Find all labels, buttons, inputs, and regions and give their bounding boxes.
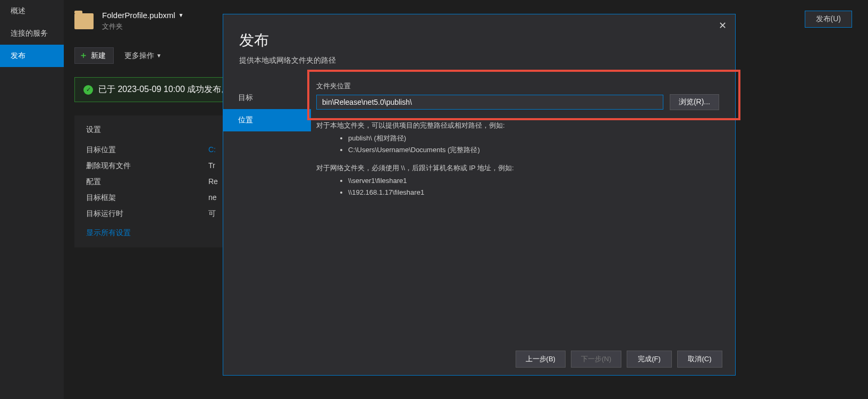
dialog-body: 目标 位置 文件夹位置 浏览(R)... 对于本地文件夹，可以提供项目的完整路径… bbox=[223, 81, 735, 343]
browse-button[interactable]: 浏览(R)... bbox=[670, 94, 719, 110]
left-sidebar: 概述 连接的服务 发布 bbox=[0, 0, 64, 399]
help-text: 对于本地文件夹，可以提供项目的完整路径或相对路径，例如: publish\ (相… bbox=[316, 120, 719, 199]
sidebar-item-connected-services[interactable]: 连接的服务 bbox=[0, 22, 64, 45]
settings-value: ne bbox=[208, 193, 217, 203]
help-local-ex2: C:\Users\Username\Documents (完整路径) bbox=[348, 144, 719, 156]
settings-value: 可 bbox=[208, 209, 216, 219]
sidebar-item-overview[interactable]: 概述 bbox=[0, 0, 64, 22]
close-button[interactable]: ✕ bbox=[716, 20, 729, 32]
profile-type: 文件夹 bbox=[102, 22, 183, 31]
profile-info: FolderProfile.pubxml ▼ 文件夹 bbox=[102, 11, 183, 31]
sidebar-item-publish[interactable]: 发布 bbox=[0, 45, 64, 67]
publish-button-bg[interactable]: 发布(U) bbox=[805, 11, 852, 28]
help-net-intro: 对于网络文件夹，必须使用 \\，后跟计算机名称或 IP 地址，例如: bbox=[316, 162, 719, 174]
finish-button[interactable]: 完成(F) bbox=[627, 351, 672, 368]
settings-value: Re bbox=[208, 177, 218, 187]
publish-button-label: 发布(U) bbox=[816, 14, 841, 23]
dialog-header: 发布 提供本地或网络文件夹的路径 bbox=[223, 14, 735, 71]
chevron-down-icon: ▼ bbox=[156, 53, 162, 59]
plus-icon: ＋ bbox=[79, 50, 88, 61]
settings-label: 配置 bbox=[86, 177, 208, 187]
check-icon: ✓ bbox=[83, 85, 93, 95]
folder-location-label: 文件夹位置 bbox=[316, 81, 719, 91]
next-button: 下一步(N) bbox=[571, 351, 621, 368]
publish-dialog: ✕ 发布 提供本地或网络文件夹的路径 目标 位置 文件夹位置 浏览(R)... … bbox=[223, 14, 736, 376]
settings-label: 目标框架 bbox=[86, 193, 208, 203]
location-input-row: 浏览(R)... bbox=[316, 94, 719, 110]
dialog-nav-location[interactable]: 位置 bbox=[223, 109, 311, 131]
new-button-label: 新建 bbox=[91, 51, 106, 61]
settings-label: 目标运行时 bbox=[86, 209, 208, 219]
folder-icon bbox=[74, 13, 94, 29]
folder-path-input[interactable] bbox=[316, 95, 663, 110]
dialog-content: 文件夹位置 浏览(R)... 对于本地文件夹，可以提供项目的完整路径或相对路径，… bbox=[311, 81, 735, 343]
dialog-nav-target[interactable]: 目标 bbox=[223, 87, 311, 109]
dialog-footer: 上一步(B) 下一步(N) 完成(F) 取消(C) bbox=[223, 343, 735, 375]
settings-label: 目标位置 bbox=[86, 145, 208, 155]
more-actions-label: 更多操作 bbox=[124, 51, 154, 61]
help-local-intro: 对于本地文件夹，可以提供项目的完整路径或相对路径，例如: bbox=[316, 120, 719, 131]
dialog-nav: 目标 位置 bbox=[223, 81, 311, 343]
help-local-list: publish\ (相对路径) C:\Users\Username\Docume… bbox=[348, 132, 719, 156]
back-button[interactable]: 上一步(B) bbox=[516, 351, 566, 368]
dialog-title: 发布 bbox=[239, 30, 719, 51]
chevron-down-icon: ▼ bbox=[179, 12, 184, 18]
settings-value[interactable]: C: bbox=[208, 145, 216, 155]
settings-label: 删除现有文件 bbox=[86, 161, 208, 171]
cancel-button[interactable]: 取消(C) bbox=[677, 351, 722, 368]
help-net-ex2: \\192.168.1.17\fileshare1 bbox=[348, 187, 719, 198]
help-net-ex1: \\server1\fileshare1 bbox=[348, 175, 719, 187]
help-local-ex1: publish\ (相对路径) bbox=[348, 132, 719, 144]
profile-name-text: FolderProfile.pubxml bbox=[102, 11, 175, 20]
new-button[interactable]: ＋ 新建 bbox=[74, 47, 114, 64]
settings-value: Tr bbox=[208, 161, 215, 171]
more-actions-dropdown[interactable]: 更多操作 ▼ bbox=[124, 51, 162, 61]
dialog-subtitle: 提供本地或网络文件夹的路径 bbox=[239, 56, 719, 65]
help-net-list: \\server1\fileshare1 \\192.168.1.17\file… bbox=[348, 175, 719, 198]
close-icon: ✕ bbox=[719, 20, 727, 31]
status-message: 已于 2023-05-09 10:00 成功发布。 bbox=[98, 84, 230, 95]
profile-name-dropdown[interactable]: FolderProfile.pubxml ▼ bbox=[102, 11, 183, 20]
